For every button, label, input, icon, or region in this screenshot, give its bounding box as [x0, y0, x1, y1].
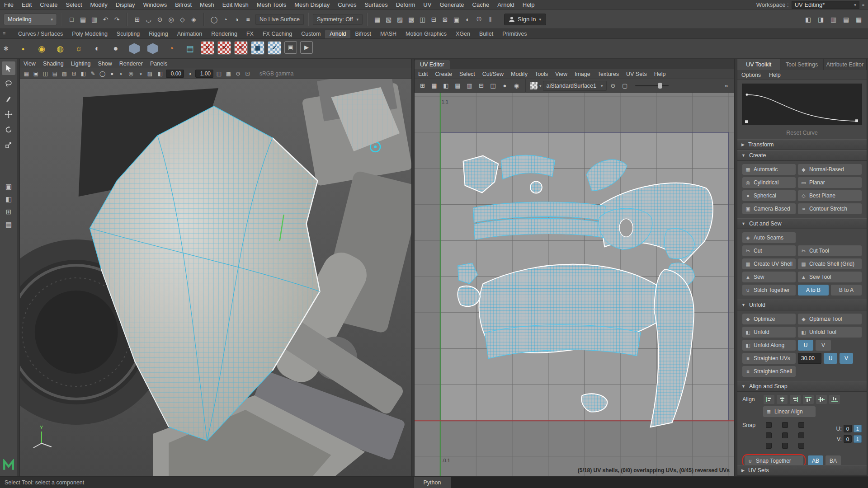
- shelf-tab[interactable]: Arnold: [325, 30, 350, 38]
- menu-item[interactable]: Edit: [18, 0, 36, 9]
- viewport-menu-item[interactable]: View: [20, 59, 39, 68]
- ipr-render-icon[interactable]: ▨: [394, 14, 406, 25]
- uv-menu-item[interactable]: Create: [432, 69, 456, 79]
- live-surface-field[interactable]: No Live Surface: [255, 14, 304, 25]
- toolkit-menu-item[interactable]: Options: [737, 70, 765, 80]
- snap-v-min-field[interactable]: 0: [844, 435, 852, 443]
- textured-icon[interactable]: ◐: [117, 69, 126, 78]
- exposure-icon[interactable]: ◧: [156, 69, 165, 78]
- multisample-icon[interactable]: ▩: [224, 69, 233, 78]
- reset-curve-button[interactable]: Reset Curve: [737, 127, 867, 139]
- camera-attributes-icon[interactable]: ◫: [41, 69, 50, 78]
- uv-shell-border-icon[interactable]: ◧: [441, 81, 451, 91]
- uv-canvas[interactable]: 1.1 -0.1 (5/18) UV shells, (0/0) overlap…: [415, 93, 734, 476]
- material-selector[interactable]: aiStandardSurface1 ▾: [543, 81, 607, 91]
- snap-to-plane-icon[interactable]: ◇: [177, 14, 188, 25]
- section-uv-sets[interactable]: ▶ UV Sets: [737, 465, 867, 476]
- cut-tool-button[interactable]: ✂Cut Tool: [798, 245, 862, 256]
- menu-item[interactable]: Mesh Display: [290, 0, 334, 9]
- unfold-tool-button[interactable]: ◧Unfold Tool: [798, 327, 862, 338]
- menu-item[interactable]: Mesh Tools: [253, 0, 291, 9]
- new-scene-icon[interactable]: □: [66, 14, 77, 25]
- wireframe-icon[interactable]: ◯: [98, 69, 107, 78]
- chevron-down-icon[interactable]: ▾: [539, 84, 542, 88]
- two-d-pan-zoom-icon[interactable]: ⊞: [69, 69, 79, 78]
- menu-item[interactable]: Display: [112, 0, 139, 9]
- workspace-selector[interactable]: UV Editing* ▾: [792, 1, 859, 9]
- optimize-tool-button[interactable]: ◆Optimize Tool: [798, 314, 862, 324]
- bookmark-icon[interactable]: ▤: [50, 69, 60, 78]
- motion-blur-icon[interactable]: ◫: [214, 69, 224, 78]
- section-create[interactable]: ▼ Create: [737, 150, 867, 161]
- uv-grid-icon[interactable]: ⊞: [417, 81, 428, 91]
- shelf-tab[interactable]: Rigging: [144, 30, 172, 38]
- depth-of-field-icon[interactable]: ⊙: [233, 69, 243, 78]
- uv-menu-item[interactable]: View: [552, 69, 571, 79]
- open-render-view-icon[interactable]: ▦: [372, 14, 383, 25]
- uv-editor-title[interactable]: UV Editor: [415, 60, 450, 69]
- menu-item[interactable]: Help: [519, 0, 539, 9]
- show-channel-box-icon[interactable]: ▦: [853, 14, 864, 25]
- arnold-tx-update-icon[interactable]: ✓: [268, 41, 281, 55]
- sew-tool-button[interactable]: ▲Sew Tool: [798, 272, 862, 282]
- menu-item[interactable]: Create: [36, 0, 61, 9]
- uv-menu-item[interactable]: UV Sets: [623, 69, 651, 79]
- menu-item[interactable]: Generate: [435, 0, 468, 9]
- menu-item[interactable]: File: [0, 0, 18, 9]
- snap-ab-button[interactable]: AB: [808, 455, 823, 465]
- menu-item[interactable]: Bifrost: [171, 0, 196, 9]
- uv-menu-item[interactable]: Select: [456, 69, 479, 79]
- soft-selection-curve[interactable]: [742, 84, 862, 127]
- straighten-shell-button[interactable]: ≡Straighten Shell: [742, 366, 796, 377]
- exposure-field[interactable]: 0.00: [166, 70, 184, 78]
- lights-icon[interactable]: ◎: [126, 69, 136, 78]
- texture-swatch-icon[interactable]: [530, 82, 538, 90]
- select-tool[interactable]: [2, 61, 15, 75]
- command-line-language-button[interactable]: Python: [413, 477, 451, 488]
- uv-image-range-icon[interactable]: ▢: [620, 81, 630, 91]
- menu-item[interactable]: Mesh: [196, 0, 218, 9]
- snap-checkbox[interactable]: [782, 422, 788, 428]
- snap-checkbox[interactable]: [782, 443, 788, 449]
- arnold-standin-sphere-icon[interactable]: ●: [108, 41, 123, 56]
- arnold-area-light-icon[interactable]: ●: [15, 41, 31, 56]
- snap-u-min-field[interactable]: 0: [844, 425, 852, 432]
- construction-history-icon[interactable]: ◑: [231, 14, 242, 25]
- input-connections-icon[interactable]: ◯: [208, 14, 220, 25]
- image-dim-slider[interactable]: [635, 85, 669, 86]
- gamma-field[interactable]: 1.00: [195, 70, 213, 78]
- viewport-canvas[interactable]: Y: [20, 79, 411, 476]
- redo-icon[interactable]: ↷: [111, 14, 123, 25]
- shelf-tab[interactable]: FX Caching: [258, 30, 297, 38]
- straighten-angle-field[interactable]: 30.00: [798, 353, 821, 364]
- shelf-tab[interactable]: XGen: [451, 30, 475, 38]
- uv-dim-image-icon[interactable]: ●: [500, 81, 510, 91]
- command-line-input[interactable]: [451, 477, 868, 488]
- menu-item[interactable]: Surfaces: [360, 0, 392, 9]
- uv-menu-item[interactable]: Tools: [531, 69, 552, 79]
- uv-menu-item[interactable]: Help: [651, 69, 670, 79]
- snap-to-projected-center-icon[interactable]: ◎: [165, 14, 177, 25]
- arnold-render-icon[interactable]: ▣: [284, 41, 297, 54]
- toolkit-tab[interactable]: Tool Settings: [780, 59, 823, 70]
- snap-checkbox[interactable]: [766, 443, 772, 449]
- unfold-button[interactable]: ◧Unfold: [742, 327, 796, 338]
- undo-icon[interactable]: ↶: [100, 14, 111, 25]
- move-tool[interactable]: [2, 108, 15, 121]
- menu-item[interactable]: Deform: [392, 0, 420, 9]
- expand-toolbar-icon[interactable]: »: [721, 81, 731, 91]
- arnold-tx-manager-icon[interactable]: ▦: [251, 41, 264, 55]
- toolkit-menu-item[interactable]: Help: [765, 70, 785, 80]
- linear-align-button[interactable]: ≣Linear Align: [763, 406, 816, 417]
- arnold-mesh-light-icon[interactable]: ◍: [52, 41, 68, 56]
- uv-baked-texture-icon[interactable]: ⊙: [608, 81, 618, 91]
- shelf-tab[interactable]: Bifrost: [350, 30, 375, 38]
- section-cut-and-sew[interactable]: ▼ Cut and Sew: [737, 218, 867, 229]
- toolkit-tab[interactable]: Attribute Editor: [824, 59, 867, 70]
- isolate-select-icon[interactable]: ▣: [5, 183, 12, 191]
- select-camera-icon[interactable]: ▦: [22, 69, 31, 78]
- hypershade-icon[interactable]: ▣: [451, 14, 462, 25]
- straighten-uvs-button[interactable]: ≡Straighten UVs: [742, 353, 796, 364]
- render-settings-icon[interactable]: ▩: [406, 14, 417, 25]
- menu-item[interactable]: Select: [61, 0, 86, 9]
